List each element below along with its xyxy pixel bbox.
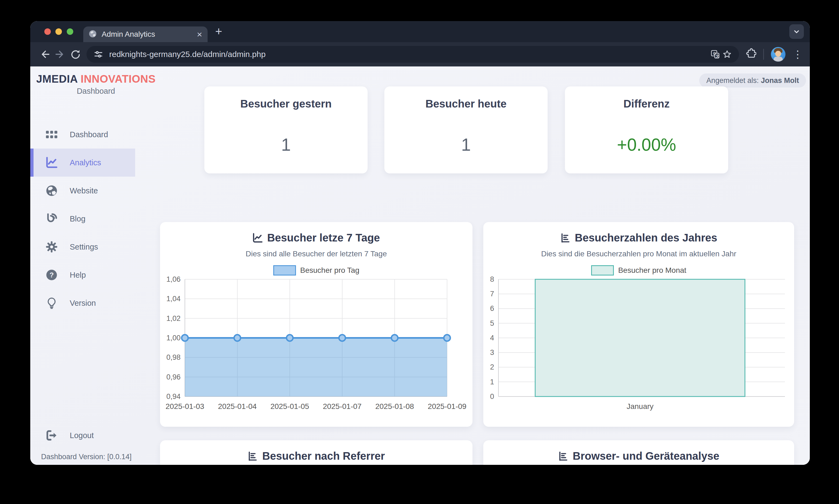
chart-card-referrer: Besucher nach Referrer Die 5 häufigsten … [160, 440, 472, 465]
logout-label: Logout [70, 431, 94, 440]
bookmark-star-icon[interactable] [721, 48, 733, 60]
sidebar-item-label: Help [70, 271, 86, 280]
svg-text:3: 3 [490, 348, 494, 357]
logout-button[interactable]: Logout [30, 421, 135, 449]
stat-title: Differenz [565, 98, 728, 110]
tab-search-chevron-button[interactable] [789, 24, 804, 39]
svg-text:2025-01-08: 2025-01-08 [375, 402, 414, 411]
logged-in-badge: Angemeldet als: Jonas Molt [699, 73, 806, 88]
sidebar-item-help[interactable]: ? Help [30, 261, 135, 289]
sidebar-item-label: Settings [70, 242, 98, 251]
chart-card-year-visitors: Besucherzahlen des Jahres Dies sind die … [483, 222, 794, 427]
stat-value: +0.00% [565, 135, 728, 155]
site-logo: JMEDIA INNOVATIONS Dashboard [36, 73, 156, 96]
new-tab-button[interactable]: + [212, 25, 225, 38]
browser-tab[interactable]: Admin Analytics × [83, 26, 208, 42]
svg-text:1,00: 1,00 [166, 334, 180, 342]
tab-close-icon[interactable]: × [197, 30, 202, 39]
dashboard-version-text: Dashboard Version: [0.0.14] [41, 453, 132, 461]
logo-accent: INNOVATIONS [81, 73, 155, 85]
svg-text:8: 8 [490, 275, 494, 283]
sidebar-item-label: Dashboard [70, 130, 108, 139]
sidebar-item-label: Blog [70, 214, 85, 223]
svg-text:1,06: 1,06 [166, 275, 180, 283]
tab-title: Admin Analytics [102, 30, 197, 39]
site-settings-tune-icon[interactable] [92, 48, 104, 60]
blog-icon [46, 213, 58, 225]
stat-title: Besucher heute [384, 98, 548, 110]
globe-icon [46, 184, 58, 197]
profile-avatar[interactable] [771, 47, 786, 61]
reload-button[interactable] [68, 47, 83, 62]
stat-value: 1 [384, 135, 548, 155]
lightbulb-icon [46, 297, 58, 309]
minimize-window-button[interactable] [55, 29, 62, 35]
tab-strip: Admin Analytics × + [30, 21, 810, 42]
logo-subtitle: Dashboard [36, 87, 156, 96]
svg-text:2025-01-05: 2025-01-05 [270, 402, 309, 411]
sidebar-item-label: Version [70, 299, 96, 308]
close-window-button[interactable] [44, 29, 51, 35]
page-content: JMEDIA INNOVATIONS Dashboard Angemeldet … [30, 67, 810, 465]
sidebar-item-analytics[interactable]: Analytics [30, 148, 135, 177]
chart-title: Browser- und Geräteanalyse [573, 450, 719, 462]
back-arrow-icon [40, 49, 50, 59]
logo-primary: JMEDIA [36, 73, 77, 85]
bar-chart-icon [248, 451, 258, 461]
svg-text:7: 7 [490, 290, 494, 298]
sidebar-item-label: Website [70, 186, 98, 195]
svg-text:0,96: 0,96 [166, 373, 180, 381]
stat-card-difference: Differenz +0.00% [565, 86, 728, 174]
chart-card-browser-device: Browser- und Geräteanalyse Die Verteilun… [483, 440, 794, 465]
sidebar-item-blog[interactable]: Blog [30, 205, 135, 233]
sidebar-item-dashboard[interactable]: Dashboard [30, 121, 135, 148]
sidebar-item-version[interactable]: Version [30, 289, 135, 317]
svg-text:文: 文 [715, 54, 719, 58]
back-button[interactable] [37, 47, 52, 62]
forward-button[interactable] [52, 47, 68, 62]
svg-text:0,98: 0,98 [166, 353, 180, 361]
browser-toolbar: redknights-germany25.de/admin/admin.php … [30, 42, 810, 67]
logged-in-prefix: Angemeldet als: [706, 76, 759, 85]
bar-chart-canvas: 8 7 6 5 4 3 2 1 0 January [483, 222, 794, 427]
forward-arrow-icon [55, 49, 65, 59]
svg-text:0: 0 [490, 393, 494, 400]
bar-chart-icon [558, 451, 569, 461]
stat-card-visitors-yesterday: Besucher gestern 1 [204, 86, 368, 174]
translate-icon[interactable]: G文 [709, 48, 721, 60]
sidebar-item-settings[interactable]: Settings [30, 233, 135, 261]
browser-window: Admin Analytics × + redknights-germany25… [30, 21, 810, 465]
chevron-down-icon [793, 28, 800, 35]
svg-text:January: January [627, 402, 653, 411]
svg-text:2: 2 [490, 363, 494, 371]
logged-in-user: Jonas Molt [761, 76, 799, 85]
svg-text:2025-01-03: 2025-01-03 [165, 402, 204, 411]
chart-line-icon [46, 156, 58, 169]
maximize-window-button[interactable] [67, 29, 73, 35]
svg-text:?: ? [50, 271, 54, 279]
sidebar-item-label: Analytics [70, 158, 101, 167]
svg-text:2025-01-07: 2025-01-07 [323, 402, 361, 411]
svg-text:1,02: 1,02 [166, 314, 180, 323]
svg-text:4: 4 [490, 334, 494, 342]
svg-text:6: 6 [490, 304, 494, 312]
url-bar[interactable]: redknights-germany25.de/admin/admin.php … [87, 46, 739, 63]
svg-text:5: 5 [490, 319, 494, 327]
svg-text:1: 1 [490, 378, 494, 386]
tab-favicon-globe-icon [89, 30, 97, 39]
logout-icon [46, 429, 58, 442]
reload-icon [70, 49, 80, 59]
chart-title: Besucher nach Referrer [262, 450, 385, 462]
svg-text:2025-01-04: 2025-01-04 [218, 402, 257, 411]
toolbar-separator [763, 49, 764, 60]
svg-text:1,04: 1,04 [166, 295, 180, 303]
chart-card-last-7-days: Besucher letze 7 Tage Dies sind alle Bes… [160, 222, 472, 427]
stat-value: 1 [204, 135, 368, 155]
sidebar-item-website[interactable]: Website [30, 177, 135, 205]
sidebar-nav: Dashboard Analytics Website Blog [30, 121, 135, 317]
extensions-puzzle-icon[interactable] [745, 48, 756, 60]
url-text[interactable]: redknights-germany25.de/admin/admin.php [109, 50, 709, 59]
gear-icon [46, 241, 58, 253]
svg-text:2025-01-09: 2025-01-09 [427, 402, 466, 411]
browser-menu-kebab-icon[interactable]: ⋮ [792, 49, 803, 59]
